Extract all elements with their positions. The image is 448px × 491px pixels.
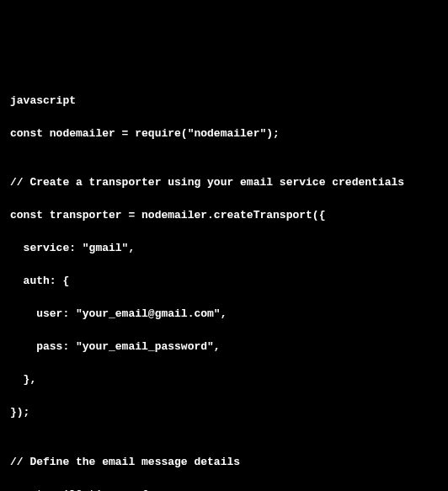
code-line: // Define the email message details (10, 454, 438, 471)
code-line: }); (10, 404, 438, 421)
code-line: pass: "your_email_password", (10, 339, 438, 355)
code-line: // Create a transporter using your email… (10, 174, 438, 191)
code-line: user: "your_email@gmail.com", (10, 306, 438, 323)
code-line: const mailOptions = { (10, 487, 438, 492)
code-line: service: "gmail", (10, 240, 438, 257)
code-line: const transporter = nodemailer.createTra… (10, 207, 438, 224)
code-line: auth: { (10, 273, 438, 290)
code-line: }, (10, 371, 438, 388)
code-line: javascript (10, 93, 438, 109)
code-block: javascript const nodemailer = require("n… (10, 76, 438, 491)
code-line: const nodemailer = require("nodemailer")… (10, 125, 438, 142)
